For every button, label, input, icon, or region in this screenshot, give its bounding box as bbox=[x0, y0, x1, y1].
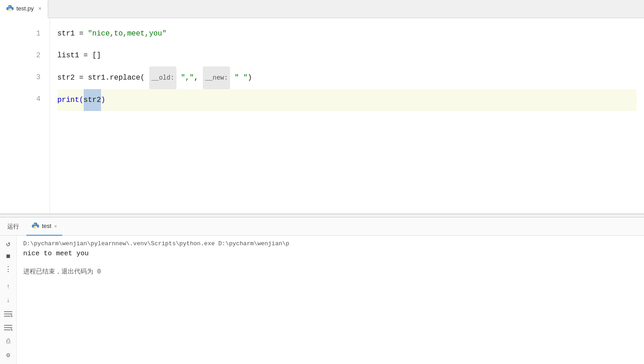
code-selected-str2: str2 bbox=[84, 89, 101, 111]
rerun-button[interactable]: ↺ bbox=[2, 239, 15, 248]
settings-button[interactable]: ⚙ bbox=[3, 349, 14, 360]
exit-msg-text: 进程已结束，退出代码为 bbox=[23, 268, 93, 275]
code-var-str2: str2 = str1.replace( bbox=[57, 67, 149, 89]
more-options-button[interactable]: ⋮ bbox=[2, 265, 15, 274]
filter-button[interactable] bbox=[3, 308, 14, 319]
code-line-3: str2 = str1.replace( __old: ",", __new: … bbox=[57, 66, 637, 89]
panel-divider bbox=[0, 214, 644, 217]
run-tab-bar: 运行 test × bbox=[0, 217, 644, 236]
run-panel: 运行 test × ↺ ■ ⋮ ↑ ↓ bbox=[0, 217, 644, 364]
code-var-str1: str1 = bbox=[57, 23, 88, 45]
scroll-up-button[interactable]: ↑ bbox=[3, 281, 14, 292]
run-side-toolbar: ↺ ■ ⋮ ↑ ↓ bbox=[0, 236, 17, 364]
output-result: nice to meet you bbox=[23, 250, 644, 258]
python-icon bbox=[6, 5, 14, 12]
print-button[interactable]: ⎙ bbox=[3, 336, 14, 347]
exit-code: 0 bbox=[97, 268, 101, 275]
code-line-2: list1 = [] bbox=[57, 45, 637, 66]
editor-tab[interactable]: test.py × bbox=[0, 0, 48, 18]
stop-button[interactable]: ■ bbox=[2, 252, 15, 261]
code-line-1: str1 = "nice,to,meet,you" bbox=[57, 23, 637, 45]
output-path: D:\pycharm\wenjian\pylearnnew\.venv\Scri… bbox=[23, 240, 644, 247]
code-close-paren-3: ) bbox=[248, 67, 252, 89]
run-tab-name: test bbox=[42, 222, 51, 229]
code-func-print: print( bbox=[57, 89, 84, 111]
more-icon: ⋮ bbox=[5, 265, 12, 274]
rerun-icon: ↺ bbox=[6, 239, 10, 248]
import-button[interactable] bbox=[3, 322, 14, 333]
param-hint-new: __new: bbox=[203, 66, 230, 89]
import-icon bbox=[4, 324, 12, 331]
line-number-3: 3 bbox=[0, 66, 40, 88]
code-comma: , bbox=[194, 67, 202, 89]
code-line-4: print(str2) bbox=[57, 89, 637, 111]
run-content: ↺ ■ ⋮ ↑ ↓ bbox=[0, 236, 644, 364]
run-tab-close[interactable]: × bbox=[54, 223, 57, 229]
editor-area: 1 2 3 4 str1 = "nice,to,meet,you" list1 … bbox=[0, 18, 644, 214]
code-new-val: " " bbox=[230, 67, 247, 89]
run-python-icon bbox=[32, 222, 39, 230]
line-numbers: 1 2 3 4 bbox=[0, 18, 50, 213]
param-hint-old: __old: bbox=[149, 66, 176, 89]
filter-icon bbox=[4, 311, 12, 317]
line-number-1: 1 bbox=[0, 23, 40, 45]
run-output: D:\pycharm\wenjian\pylearnnew\.venv\Scri… bbox=[17, 236, 644, 364]
tab-close-button[interactable]: × bbox=[38, 5, 41, 12]
code-close-paren-4: ) bbox=[101, 89, 106, 111]
scroll-down-button[interactable]: ↓ bbox=[3, 295, 14, 306]
tab-bar: test.py × bbox=[0, 0, 644, 18]
run-label: 运行 bbox=[4, 222, 23, 231]
line-number-4: 4 bbox=[0, 88, 40, 110]
code-string-1: "nice,to,meet,you" bbox=[88, 23, 166, 45]
output-exit-message: 进程已结束，退出代码为 0 bbox=[23, 268, 644, 276]
run-tab[interactable]: test × bbox=[26, 217, 62, 236]
stop-icon: ■ bbox=[6, 253, 10, 261]
code-editor[interactable]: str1 = "nice,to,meet,you" list1 = [] str… bbox=[50, 18, 644, 213]
code-var-list1: list1 = [] bbox=[57, 45, 101, 66]
code-old-val: "," bbox=[176, 67, 194, 89]
tab-filename: test.py bbox=[16, 5, 34, 12]
line-number-2: 2 bbox=[0, 45, 40, 66]
